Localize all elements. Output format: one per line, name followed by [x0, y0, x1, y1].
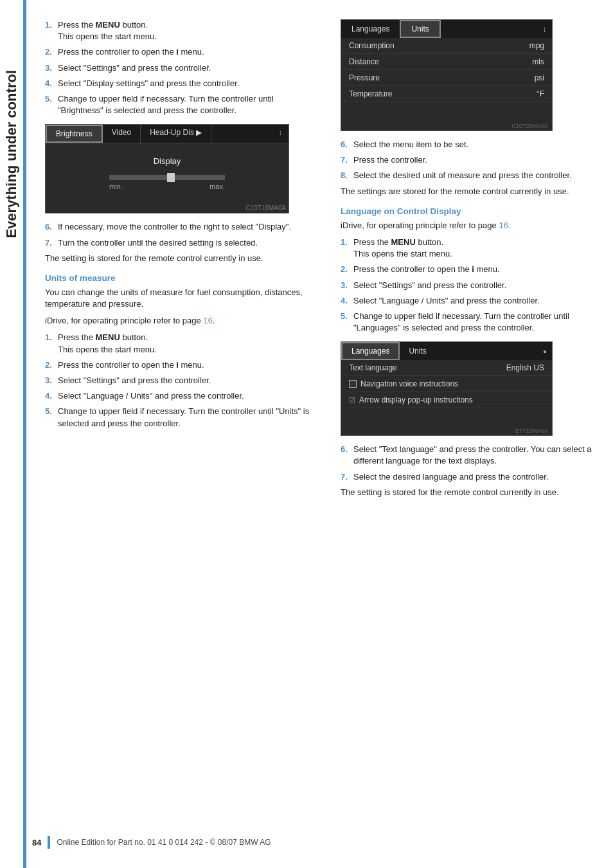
idrive-link[interactable]: 16 [203, 316, 212, 325]
step-content: Press the controller to open the i menu. [58, 359, 204, 371]
lang-row-value: English US [506, 363, 544, 372]
lang-idrive-link[interactable]: 16 [499, 221, 508, 230]
list-item: 6. If necessary, move the controller to … [45, 221, 321, 233]
checkmark-arrow: ☑ [349, 396, 355, 404]
list-item: 1. Press the MENU button.This opens the … [341, 237, 600, 260]
units-label: Consumption [349, 41, 395, 50]
list-item: 6. Select "Text language" and press the … [341, 444, 600, 467]
step-num: 2. [45, 46, 54, 58]
mockup-watermark: C10T10MA0A [46, 203, 289, 213]
units-row-pressure: Pressure psi [341, 70, 552, 86]
step-num: 6. [45, 221, 54, 233]
units-steps: 1. Press the MENU button.This opens the … [45, 332, 321, 429]
step-num: 7. [341, 471, 350, 483]
list-item: 2. Press the controller to open the i me… [341, 264, 600, 275]
step-content: Select "Settings" and press the controll… [58, 375, 211, 386]
step-content: Select "Settings" and press the controll… [58, 62, 211, 74]
tab-lang-units: Units [400, 343, 435, 359]
step-num: 1. [341, 237, 350, 260]
tab-brightness: Brightness [46, 125, 103, 143]
units-label: Pressure [349, 73, 380, 82]
list-item: 4. Select "Language / Units" and press t… [341, 295, 600, 307]
step-content: Press the MENU button.This opens the sta… [58, 332, 157, 355]
list-item: 6. Select the menu item to be set. [341, 139, 600, 150]
lang-stored-note: The setting is stored for the remote con… [341, 487, 600, 498]
step-content: Select "Display settings" and press the … [58, 78, 239, 89]
lang-row-arrow: ☑ Arrow display pop-up instructions [341, 392, 552, 408]
units-mockup: Languages Units ↓ Consumption mpg Distan… [341, 19, 553, 131]
list-item: 1. Press the MENU button.This opens the … [45, 332, 321, 355]
list-item: 3. Select "Settings" and press the contr… [341, 280, 600, 291]
footer-text: Online Edition for Part no. 01 41 0 014 … [57, 838, 271, 847]
min-label: min. [109, 183, 123, 190]
main-content: 1. Press the MENU button.This opens the … [32, 0, 613, 523]
step-num: 5. [45, 93, 54, 116]
list-item: 5. Change to upper field if necessary. T… [341, 311, 600, 334]
mockup-body: Display min. max. [46, 143, 289, 203]
step-content: Press the controller to open the i menu. [58, 46, 204, 58]
lang-idrive-note: iDrive, for operating principle refer to… [341, 220, 600, 231]
step-num: 6. [341, 444, 350, 467]
lang-icon: ● [538, 345, 552, 357]
list-item: 7. Turn the controller until the desired… [45, 237, 321, 249]
left-column: 1. Press the MENU button.This opens the … [45, 19, 321, 503]
mockup-icon: ↓ [272, 125, 289, 143]
units-value: mls [532, 57, 544, 66]
step-content: Select "Language / Units" and press the … [58, 390, 244, 402]
mockup-watermark-right: C10T20MA0A [341, 122, 552, 131]
units-intro: You can change the units of measure for … [45, 287, 321, 310]
step-num: 5. [341, 311, 350, 334]
units-heading: Units of measure [45, 273, 321, 283]
lang-steps-after: 6. Select "Text language" and press the … [341, 444, 600, 483]
step-num: 8. [341, 170, 350, 181]
tab-lang-languages: Languages [341, 342, 400, 360]
units-value: psi [535, 73, 544, 82]
mockup-watermark-lang: E7T10MA0A [341, 426, 552, 435]
step-num: 4. [45, 390, 54, 402]
units-value: mpg [529, 41, 544, 50]
step-content: Change to upper field if necessary. Turn… [58, 406, 321, 429]
step-content: If necessary, move the controller to the… [58, 221, 291, 233]
sidebar-label: Everything under control [0, 51, 23, 257]
step-num: 4. [341, 295, 350, 307]
lang-steps: 1. Press the MENU button.This opens the … [341, 237, 600, 334]
list-item: 5. Change to upper field if necessary. T… [45, 93, 321, 116]
list-item: 4. Select "Display settings" and press t… [45, 78, 321, 89]
units-tabs-row: Languages Units ↓ [341, 20, 552, 38]
list-item: 2. Press the controller to open the i me… [45, 359, 321, 371]
mockup-tabs: Brightness Video Head-Up Dis ▶ ↓ [46, 125, 289, 143]
units-label: Temperature [349, 89, 392, 98]
step-content: Select "Language / Units" and press the … [353, 295, 540, 307]
step-content: Select "Settings" and press the controll… [353, 280, 506, 291]
units-row-consumption: Consumption mpg [341, 38, 552, 54]
sidebar-text: Everything under control [3, 70, 20, 239]
lang-checkbox-nav: Navigation voice instructions [349, 379, 458, 388]
units-label: Distance [349, 57, 379, 66]
lang-row-label: Text language [349, 363, 397, 372]
step-content: Turn the controller until the desired se… [58, 237, 258, 249]
step-content: Press the controller. [353, 154, 427, 166]
list-item: 3. Select "Settings" and press the contr… [45, 62, 321, 74]
units-steps-after: 6. Select the menu item to be set. 7. Pr… [341, 139, 600, 182]
blue-bar [23, 0, 26, 868]
units-icon: ↓ [537, 21, 552, 37]
step-content: Select "Text language" and press the con… [353, 444, 600, 467]
lang-mockup: Languages Units ● Text language English … [341, 341, 553, 436]
tab-units: Units [400, 20, 440, 38]
mockup-title: Display [56, 156, 278, 166]
intro-steps: 1. Press the MENU button.This opens the … [45, 19, 321, 116]
brightness-mockup: Brightness Video Head-Up Dis ▶ ↓ Display… [45, 124, 289, 213]
tab-languages: Languages [341, 21, 400, 37]
step-num: 7. [341, 154, 350, 166]
step-num: 1. [45, 332, 54, 355]
right-column: Languages Units ↓ Consumption mpg Distan… [341, 19, 600, 503]
step-num: 2. [341, 264, 350, 275]
two-col-layout: 1. Press the MENU button.This opens the … [45, 19, 600, 503]
units-stored-note: The settings are stored for the remote c… [341, 186, 600, 197]
page-footer: 84 Online Edition for Part no. 01 41 0 0… [32, 836, 613, 849]
step-content: Press the controller to open the i menu. [353, 264, 500, 275]
step-num: 5. [45, 406, 54, 429]
tab-video: Video [103, 125, 141, 143]
brightness-bar [56, 175, 278, 180]
list-item: 1. Press the MENU button.This opens the … [45, 19, 321, 42]
